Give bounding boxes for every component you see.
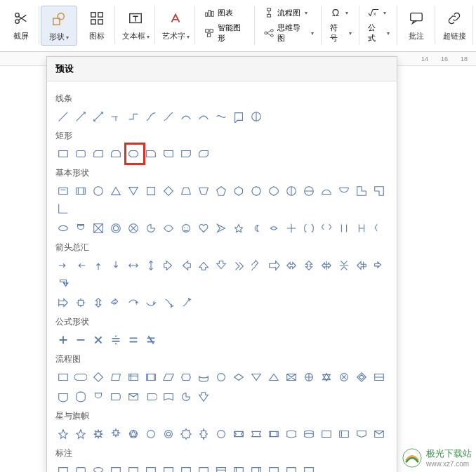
shape-item[interactable] [196,464,211,472]
shape-item[interactable] [91,109,106,124]
shape-item[interactable] [126,295,141,310]
shape-item[interactable] [126,389,141,405]
shape-item[interactable] [354,258,369,273]
shape-item[interactable] [196,183,211,199]
shape-item[interactable] [371,258,387,273]
shape-item[interactable] [196,389,211,405]
shape-item[interactable] [55,258,71,273]
shape-item[interactable] [55,464,71,472]
shape-item[interactable] [73,426,88,442]
shape-item[interactable] [231,369,246,385]
shape-item[interactable] [213,109,229,124]
shape-item[interactable] [73,221,88,236]
shape-item[interactable] [284,426,299,442]
shape-item[interactable] [108,369,124,385]
shape-item[interactable] [91,369,106,385]
shape-item[interactable] [126,109,141,124]
shape-item[interactable] [108,183,124,199]
shape-item[interactable] [126,426,141,442]
shape-item[interactable] [73,332,88,348]
flowchart-button[interactable]: 流程图▾ [260,6,317,20]
shape-item[interactable] [266,464,282,472]
shape-item[interactable] [231,221,246,236]
formula-button[interactable]: x ▾ [365,6,392,20]
shape-item[interactable] [178,295,194,310]
shape-item[interactable] [213,464,229,472]
shape-item[interactable] [143,426,159,442]
shape-item[interactable] [108,109,124,124]
shape-item[interactable] [178,183,194,199]
shape-item[interactable] [73,109,88,124]
shape-item[interactable] [196,258,211,273]
shape-item[interactable] [91,146,106,162]
shape-item[interactable] [91,295,106,310]
shape-item[interactable] [161,221,176,236]
shape-item[interactable] [161,109,176,124]
shape-item[interactable] [249,183,264,199]
shape-item[interactable] [371,221,387,236]
wordart-button[interactable]: 艺术字▾ [157,6,195,44]
shape-item[interactable] [213,258,229,273]
shape-item[interactable] [213,183,229,199]
shape-item[interactable] [196,221,211,236]
shape-item[interactable] [143,295,159,310]
shape-item[interactable] [249,109,264,124]
shape-item[interactable] [126,369,141,385]
shape-item[interactable] [126,221,141,236]
shape-item[interactable] [55,146,71,162]
shape-item[interactable] [336,258,352,273]
shape-item[interactable] [196,109,211,124]
smartart-button[interactable]: 智能图形 [201,21,250,45]
shape-item[interactable] [178,109,194,124]
shape-item[interactable] [371,426,387,442]
icons-button[interactable]: 图标 [79,6,115,44]
shape-item[interactable] [354,221,369,236]
shape-item[interactable] [196,146,211,162]
shape-item[interactable] [108,146,124,162]
shape-item[interactable] [161,258,176,273]
shape-item[interactable] [266,258,282,273]
shape-item[interactable] [161,389,176,405]
shape-item[interactable] [301,426,317,442]
shape-item[interactable] [143,109,159,124]
shape-item[interactable] [108,426,124,442]
shape-item[interactable] [108,332,124,348]
shape-item[interactable] [231,258,246,273]
shape-item[interactable] [143,221,159,236]
shape-item[interactable] [371,183,387,199]
shape-item[interactable] [231,109,246,124]
shape-item[interactable] [161,369,176,385]
shape-item[interactable] [73,146,88,162]
shape-item[interactable] [231,426,246,442]
shape-item[interactable] [73,464,88,472]
shape-item[interactable] [91,221,106,236]
shape-item[interactable] [249,221,264,236]
shape-item[interactable] [73,183,88,199]
shape-item[interactable] [91,426,106,442]
shape-item[interactable] [161,183,176,199]
symbol-label-row[interactable]: 符号▾ [327,21,355,45]
shape-item[interactable] [231,464,246,472]
shape-item[interactable] [126,464,141,472]
shape-item[interactable] [73,389,88,405]
shape-item[interactable] [284,464,299,472]
hyperlink-button[interactable]: 超链接 [437,6,473,44]
shape-item[interactable] [249,464,264,472]
shapes-button[interactable]: 形状▾ [41,6,77,46]
shape-item[interactable] [161,426,176,442]
shape-item[interactable] [231,183,246,199]
shape-item[interactable] [371,369,387,385]
shape-item[interactable] [354,183,369,199]
shape-item[interactable] [108,389,124,405]
shape-item[interactable] [301,369,317,385]
shape-item[interactable] [249,258,264,273]
shape-item[interactable] [354,426,369,442]
shape-item[interactable] [91,332,106,348]
shape-item[interactable] [55,332,71,348]
shape-item[interactable] [284,183,299,199]
shape-item[interactable] [108,295,124,310]
shape-item[interactable] [143,183,159,199]
screenshot-button[interactable]: 截屏 [3,6,39,44]
shape-item[interactable] [73,369,88,385]
shape-item[interactable] [126,183,141,199]
